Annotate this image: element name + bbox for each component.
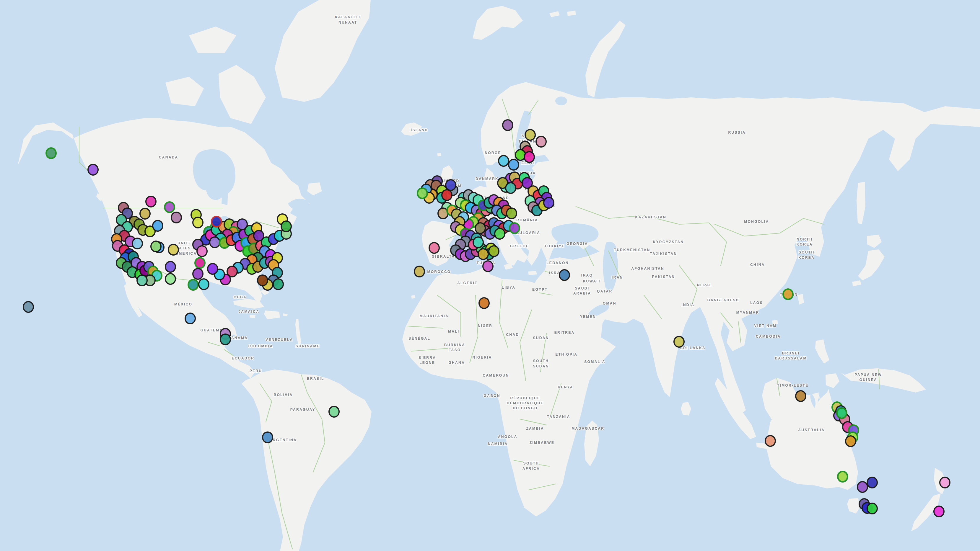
map-marker[interactable] xyxy=(185,313,196,324)
map-marker[interactable] xyxy=(488,245,500,257)
map-marker[interactable] xyxy=(23,301,34,313)
map-marker[interactable] xyxy=(165,261,176,273)
map-marker[interactable] xyxy=(429,242,440,254)
map-marker[interactable] xyxy=(536,136,547,148)
map-marker[interactable] xyxy=(328,406,340,418)
map-marker[interactable] xyxy=(933,505,945,518)
map-marker[interactable] xyxy=(137,275,148,286)
map-marker[interactable] xyxy=(281,221,292,232)
map-marker[interactable] xyxy=(152,220,163,232)
map-marker[interactable] xyxy=(543,197,554,209)
map-marker[interactable] xyxy=(192,217,204,229)
map-marker[interactable] xyxy=(196,245,208,257)
map-marker[interactable] xyxy=(165,273,176,285)
map-marker[interactable] xyxy=(502,119,513,131)
map-marker[interactable] xyxy=(795,390,806,402)
map-marker[interactable] xyxy=(445,179,456,191)
data-markers-layer xyxy=(0,0,980,551)
map-marker[interactable] xyxy=(46,147,57,159)
map-marker[interactable] xyxy=(188,279,199,291)
map-marker[interactable] xyxy=(262,432,273,443)
world-map[interactable]: KALAALLIT NUNAATÍSLANDNORGESUOMI FINLAND… xyxy=(0,0,980,551)
map-marker[interactable] xyxy=(171,211,182,224)
map-marker[interactable] xyxy=(867,476,878,488)
map-marker[interactable] xyxy=(164,201,175,213)
map-marker[interactable] xyxy=(837,471,848,483)
map-marker[interactable] xyxy=(524,151,535,163)
map-marker[interactable] xyxy=(194,257,205,269)
map-marker[interactable] xyxy=(836,407,847,419)
map-marker[interactable] xyxy=(168,244,179,256)
map-marker[interactable] xyxy=(273,278,284,290)
map-marker[interactable] xyxy=(88,164,99,176)
map-marker[interactable] xyxy=(508,159,519,171)
map-marker[interactable] xyxy=(477,248,489,260)
map-marker[interactable] xyxy=(482,260,493,272)
map-marker[interactable] xyxy=(559,269,570,281)
map-marker[interactable] xyxy=(211,216,222,227)
map-marker[interactable] xyxy=(494,228,505,240)
map-marker[interactable] xyxy=(150,241,162,252)
map-marker[interactable] xyxy=(673,336,685,348)
map-marker[interactable] xyxy=(525,129,536,141)
map-marker[interactable] xyxy=(417,187,428,199)
map-marker[interactable] xyxy=(867,503,878,514)
map-marker[interactable] xyxy=(939,476,950,488)
map-marker[interactable] xyxy=(198,278,209,290)
map-marker[interactable] xyxy=(414,266,425,278)
map-marker[interactable] xyxy=(845,435,856,447)
map-marker[interactable] xyxy=(139,208,151,219)
map-marker[interactable] xyxy=(145,196,156,208)
map-marker[interactable] xyxy=(783,288,794,300)
map-marker[interactable] xyxy=(207,263,218,275)
map-marker[interactable] xyxy=(509,222,520,234)
map-marker[interactable] xyxy=(192,268,204,280)
map-marker[interactable] xyxy=(257,275,268,286)
map-marker[interactable] xyxy=(475,222,486,234)
map-marker[interactable] xyxy=(220,333,231,345)
map-marker[interactable] xyxy=(473,237,484,248)
map-marker[interactable] xyxy=(132,238,143,249)
map-marker[interactable] xyxy=(479,297,490,309)
map-marker[interactable] xyxy=(505,182,516,194)
map-marker[interactable] xyxy=(506,208,517,219)
map-marker[interactable] xyxy=(765,435,776,447)
